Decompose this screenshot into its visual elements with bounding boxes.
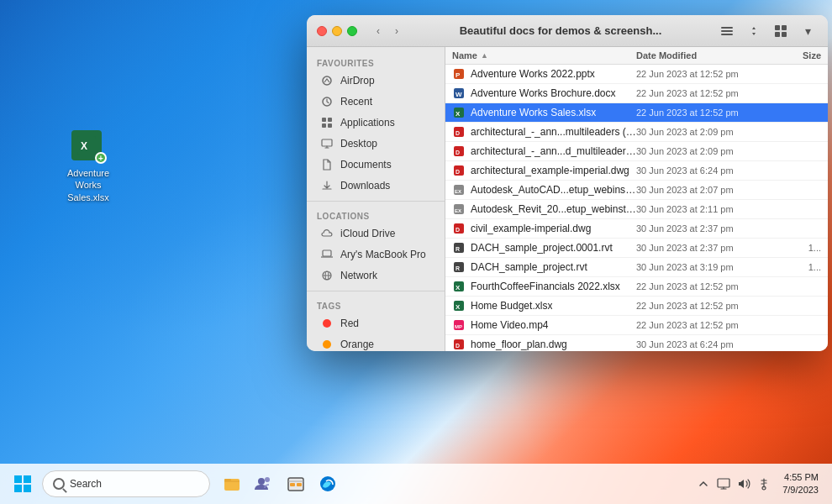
finder-filelist[interactable]: Name ▲ Date Modified Size P Adventure Wo… [445, 47, 828, 351]
svg-rect-65 [297, 483, 302, 486]
tray-chevron-icon[interactable] [695, 475, 712, 492]
recent-icon [320, 95, 334, 108]
sort-icon[interactable] [744, 21, 764, 41]
table-row[interactable]: D architectural_-_ann...multileaders (1)… [445, 123, 828, 142]
airdrop-icon [320, 74, 334, 87]
minimize-button[interactable] [332, 26, 342, 36]
table-row[interactable]: W Adventure Works Brochure.docx 22 Jun 2… [445, 84, 828, 103]
svg-text:W: W [455, 91, 462, 98]
table-row[interactable]: D civil_example-imperial.dwg 30 Jun 2023… [445, 219, 828, 239]
taskbar-search-box[interactable]: Search [42, 470, 210, 497]
sidebar-item-tag-red[interactable]: Red [310, 313, 441, 333]
file-name-text: architectural_-_ann...multileaders (1).d… [471, 126, 636, 138]
forward-button[interactable]: › [389, 24, 404, 39]
sidebar-section-tags: Tags [307, 297, 445, 312]
tag-orange-icon [320, 338, 334, 351]
sidebar-label-macbook: Ary's MacBook Pro [340, 249, 426, 260]
finder-titlebar: ‹ › Beautiful docs for demos & screensh.… [307, 15, 828, 47]
list-view-icon[interactable] [717, 21, 737, 41]
svg-text:EX: EX [455, 208, 461, 213]
sidebar-divider-2 [307, 291, 445, 291]
table-row[interactable]: X FourthCoffeeFinancials 2022.xlsx 22 Ju… [445, 277, 828, 297]
table-row[interactable]: MP Home Video.mp4 22 Jun 2023 at 12:52 p… [445, 316, 828, 335]
svg-point-61 [258, 478, 265, 485]
file-date: 22 Jun 2023 at 12:52 pm [636, 281, 771, 291]
tray-usb-icon[interactable] [756, 475, 772, 492]
sidebar-item-icloud[interactable]: iCloud Drive [310, 223, 441, 244]
pptx-icon: P [452, 67, 466, 81]
taskbar-icon-teams[interactable] [250, 470, 277, 497]
xlsx-icon: X [452, 280, 466, 293]
dwg-icon: D [452, 125, 466, 139]
file-name-cell: D civil_example-imperial.dwg [452, 222, 636, 235]
sidebar-item-tag-orange[interactable]: Orange [310, 334, 441, 351]
svg-rect-14 [328, 123, 332, 128]
table-row[interactable]: X Home Budget.xlsx 22 Jun 2023 at 12:52 … [445, 297, 828, 316]
sidebar-item-airdrop[interactable]: AirDrop [310, 71, 441, 91]
sidebar-item-applications[interactable]: Applications [310, 113, 441, 133]
sidebar-item-macbook[interactable]: Ary's MacBook Pro [310, 244, 441, 265]
tag-red-icon [320, 317, 334, 330]
grid-view-icon[interactable] [771, 21, 791, 41]
table-row[interactable]: D home_floor_plan.dwg 30 Jun 2023 at 6:2… [445, 335, 828, 351]
applications-icon [320, 116, 334, 129]
table-row[interactable]: D architectural_-_ann...d_multileaders.d… [445, 142, 828, 161]
xlsx-icon: X [452, 299, 466, 312]
taskbar-icon-file-explorer[interactable] [219, 470, 245, 497]
dwg-icon: D [452, 164, 466, 177]
file-date: 22 Jun 2023 at 12:52 pm [636, 88, 771, 98]
dwg-icon: D [452, 144, 466, 158]
taskbar-icon-edge[interactable] [314, 470, 341, 497]
table-row[interactable]: P Adventure Works 2022.pptx 22 Jun 2023 … [445, 65, 828, 84]
table-row[interactable]: R DACH_sample_project.rvt 30 Jun 2023 at… [445, 258, 828, 277]
filelist-header: Name ▲ Date Modified Size [445, 47, 828, 65]
xlsx-icon: X [452, 106, 466, 119]
desktop-file-icon[interactable]: X + Adventure Works Sales.xlsx [55, 130, 122, 203]
file-size: 1... [771, 262, 821, 272]
table-row[interactable]: R DACH_sample_project.0001.rvt 30 Jun 20… [445, 239, 828, 258]
close-button[interactable] [317, 26, 327, 36]
sidebar-item-network[interactable]: Network [310, 265, 441, 286]
more-options-icon[interactable]: ▾ [798, 21, 818, 41]
svg-rect-12 [328, 118, 332, 122]
taskbar-icon-explorer2[interactable] [282, 470, 309, 497]
file-rows-container: P Adventure Works 2022.pptx 22 Jun 2023 … [445, 65, 828, 351]
file-name-text: FourthCoffeeFinancials 2022.xlsx [471, 281, 620, 292]
table-row[interactable]: X Adventure Works Sales.xlsx 22 Jun 2023… [445, 103, 828, 123]
tray-volume-icon[interactable] [735, 475, 752, 492]
svg-rect-2 [721, 27, 733, 29]
sidebar-item-documents[interactable]: Documents [310, 155, 441, 175]
header-date[interactable]: Date Modified [636, 50, 771, 60]
sidebar-section-favourites: Favourites [307, 54, 445, 70]
table-row[interactable]: EX Autodesk_Revit_20...etup_webinstall.e… [445, 200, 828, 219]
header-name[interactable]: Name ▲ [452, 50, 636, 60]
svg-rect-57 [14, 485, 22, 492]
clock-time: 4:55 PM [782, 471, 819, 484]
back-button[interactable]: ‹ [371, 24, 386, 39]
file-name-text: Home Budget.xlsx [471, 300, 552, 312]
sidebar-item-recent[interactable]: Recent [310, 92, 441, 112]
table-row[interactable]: D architectural_example-imperial.dwg 30 … [445, 161, 828, 181]
sidebar-item-downloads[interactable]: Downloads [310, 176, 441, 196]
taskbar-clock[interactable]: 4:55 PM 7/9/2023 [779, 470, 822, 499]
tray-monitor-icon[interactable] [715, 475, 732, 492]
svg-text:MP: MP [455, 324, 462, 329]
table-row[interactable]: EX Autodesk_AutoCAD...etup_webinstall.ex… [445, 181, 828, 200]
svg-text:D: D [455, 130, 460, 136]
file-name-cell: P Adventure Works 2022.pptx [452, 67, 636, 81]
sidebar-label-downloads: Downloads [340, 180, 390, 192]
documents-icon [320, 158, 334, 171]
file-name-text: Autodesk_AutoCAD...etup_webinstall.exe [471, 184, 636, 196]
start-button[interactable] [10, 471, 35, 496]
svg-rect-56 [24, 475, 31, 483]
svg-text:EX: EX [455, 189, 461, 194]
svg-text:D: D [455, 169, 460, 175]
file-date: 30 Jun 2023 at 6:24 pm [636, 339, 771, 349]
header-size[interactable]: Size [771, 50, 821, 60]
svg-text:X: X [455, 110, 461, 118]
exe-icon: EX [452, 183, 466, 197]
svg-rect-11 [322, 118, 326, 122]
sidebar-item-desktop[interactable]: Desktop [310, 134, 441, 154]
maximize-button[interactable] [347, 26, 357, 36]
sidebar-label-documents: Documents [340, 159, 392, 171]
